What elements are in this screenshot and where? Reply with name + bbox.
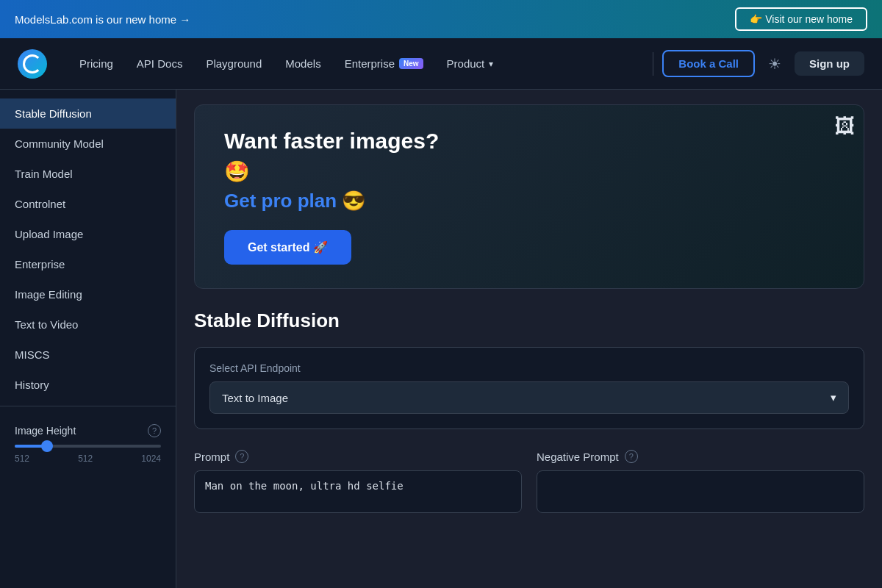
- promo-headline: Want faster images?: [224, 129, 834, 154]
- slider-label-text: Image Height: [15, 425, 76, 437]
- api-endpoint-box: Select API Endpoint Text to Image ▾: [194, 347, 864, 429]
- sidebar-item-history[interactable]: History: [0, 370, 176, 400]
- promo-card: 🖼 Want faster images? 🤩 Get pro plan 😎 G…: [194, 104, 864, 289]
- negative-prompt-textarea[interactable]: [537, 470, 864, 513]
- prompt-help-icon[interactable]: ?: [235, 450, 248, 463]
- sidebar-item-community-model[interactable]: Community Model: [0, 129, 176, 159]
- signup-button[interactable]: Sign up: [795, 51, 864, 76]
- image-height-help-icon[interactable]: ?: [148, 424, 161, 437]
- api-endpoint-select[interactable]: Text to Image ▾: [209, 381, 849, 414]
- promo-cta-text: Get pro plan 😎: [224, 190, 834, 212]
- sidebar-divider: [0, 406, 176, 406]
- image-height-slider-section: Image Height ? 512 512 1024: [0, 412, 176, 476]
- sidebar-item-upload-image[interactable]: Upload Image: [0, 219, 176, 249]
- top-banner: ModelsLab.com is our new home → 👉 Visit …: [0, 0, 882, 38]
- slider-values: 512 512 1024: [15, 453, 161, 464]
- slider-current: 512: [78, 453, 93, 464]
- sidebar-item-image-editing[interactable]: Image Editing: [0, 279, 176, 309]
- chevron-down-icon: ▾: [489, 59, 493, 69]
- negative-prompt-help-icon[interactable]: ?: [625, 450, 638, 463]
- nav-divider: [653, 52, 653, 76]
- prompt-col: Prompt ?: [194, 450, 522, 516]
- nav-pricing[interactable]: Pricing: [71, 51, 122, 76]
- nav-api-docs[interactable]: API Docs: [128, 51, 192, 76]
- sidebar-item-miscs[interactable]: MISCS: [0, 340, 176, 370]
- api-endpoint-value: Text to Image: [222, 392, 288, 404]
- book-call-button[interactable]: Book a Call: [662, 50, 755, 77]
- logo[interactable]: [18, 49, 47, 79]
- get-started-button[interactable]: Get started 🚀: [224, 230, 351, 265]
- nav-playground[interactable]: Playground: [197, 51, 270, 76]
- prompt-textarea[interactable]: [194, 470, 522, 513]
- nav-product[interactable]: Product ▾: [438, 51, 503, 76]
- nav-links: Pricing API Docs Playground Models Enter…: [71, 51, 644, 76]
- theme-toggle-button[interactable]: ☀: [764, 51, 786, 77]
- slider-thumb[interactable]: [41, 440, 53, 452]
- slider-track[interactable]: [15, 445, 161, 448]
- sidebar-item-stable-diffusion[interactable]: Stable Diffusion: [0, 98, 176, 129]
- prompt-row: Prompt ? Negative Prompt ?: [194, 450, 864, 516]
- enterprise-badge: New: [399, 58, 423, 69]
- promo-corner-icon: 🖼: [834, 114, 855, 138]
- prompt-label: Prompt: [194, 451, 229, 463]
- main-content: 🖼 Want faster images? 🤩 Get pro plan 😎 G…: [176, 90, 882, 588]
- main-layout: Stable Diffusion Community Model Train M…: [0, 90, 882, 588]
- slider-min: 512: [15, 453, 29, 464]
- navbar: Pricing API Docs Playground Models Enter…: [0, 38, 882, 90]
- negative-prompt-label: Negative Prompt: [537, 451, 619, 463]
- select-chevron-icon: ▾: [831, 391, 836, 404]
- banner-text: ModelsLab.com is our new home →: [15, 13, 190, 26]
- slider-fill: [15, 445, 44, 448]
- nav-models[interactable]: Models: [276, 51, 329, 76]
- logo-icon: [23, 54, 42, 74]
- promo-emoji: 🤩: [224, 159, 834, 184]
- sidebar-item-text-to-video[interactable]: Text to Video: [0, 309, 176, 340]
- sidebar-item-controlnet[interactable]: Controlnet: [0, 189, 176, 219]
- api-endpoint-label: Select API Endpoint: [209, 362, 849, 374]
- visit-new-home-button[interactable]: 👉 Visit our new home: [735, 7, 867, 31]
- sidebar-item-train-model[interactable]: Train Model: [0, 159, 176, 189]
- sidebar-item-enterprise[interactable]: Enterprise: [0, 249, 176, 279]
- sidebar: Stable Diffusion Community Model Train M…: [0, 90, 176, 588]
- nav-actions: Book a Call ☀ Sign up: [662, 50, 864, 77]
- nav-enterprise[interactable]: Enterprise New: [336, 51, 432, 76]
- slider-max: 1024: [141, 453, 161, 464]
- negative-prompt-col: Negative Prompt ?: [537, 450, 864, 516]
- section-title: Stable Diffusion: [194, 309, 864, 332]
